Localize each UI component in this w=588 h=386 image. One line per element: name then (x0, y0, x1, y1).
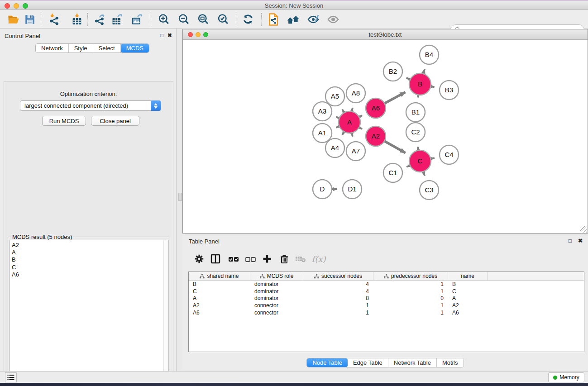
render-details-button[interactable] (306, 13, 320, 26)
graph-node-A5[interactable]: A5 (325, 87, 344, 106)
show-columns-button[interactable] (208, 252, 223, 266)
tab-mcds[interactable]: MCDS (121, 44, 149, 52)
split-pane-handle[interactable] (178, 193, 182, 201)
table-settings-button[interactable] (192, 252, 206, 266)
mcds-result-item[interactable]: A2 (12, 242, 168, 249)
column-header-shared-name[interactable]: shared name (189, 272, 250, 280)
result-scrollbar[interactable] (163, 240, 168, 386)
delete-table-button[interactable] (293, 252, 308, 266)
tab-motifs[interactable]: Motifs (437, 358, 464, 367)
float-panel-icon[interactable]: □ (160, 32, 163, 38)
mcds-result-group: MCDS result (5 nodes) A2ABCA6 (8, 237, 170, 386)
export-table-icon (111, 13, 124, 26)
zoom-selected-button[interactable] (216, 13, 230, 26)
window-titlebar: Session: New Session (0, 0, 588, 10)
network-from-file-button[interactable] (266, 13, 281, 26)
table-row[interactable]: Cdominator41C (189, 288, 584, 295)
open-session-button[interactable] (6, 13, 21, 26)
deselect-all-button[interactable] (243, 252, 258, 266)
export-image-button[interactable] (130, 13, 144, 26)
network-canvas[interactable]: AA1A2A3A4A5A6A7A8BB1B2B3B4CC1C2C3C4DD1 (183, 40, 588, 233)
tab-edge-table[interactable]: Edge Table (348, 358, 388, 367)
graph-node-D1[interactable]: D1 (343, 180, 362, 199)
import-network-button[interactable] (47, 13, 62, 26)
graph-node-C1[interactable]: C1 (383, 163, 402, 182)
tab-node-table[interactable]: Node Table (307, 358, 348, 367)
table-close-icon[interactable]: ✖ (578, 238, 583, 244)
first-neighbors-button[interactable] (286, 13, 301, 26)
status-bar: Memory (0, 371, 588, 383)
mcds-result-item[interactable]: B (12, 256, 168, 263)
close-panel-icon[interactable]: ✖ (167, 32, 172, 38)
select-all-button[interactable] (226, 252, 241, 266)
graph-node-A1[interactable]: A1 (313, 124, 332, 143)
zoom-out-button[interactable] (177, 13, 191, 26)
svg-text:A5: A5 (331, 92, 339, 100)
tab-network[interactable]: Network (36, 44, 69, 52)
mcds-result-title: MCDS result (5 nodes) (11, 234, 73, 240)
columns-icon (210, 253, 221, 264)
tab-network-table[interactable]: Network Table (388, 358, 437, 367)
mcds-result-item[interactable]: C (12, 264, 168, 271)
tab-style[interactable]: Style (69, 44, 93, 52)
zoom-fit-button[interactable] (196, 13, 210, 26)
graph-node-C[interactable]: C (409, 150, 431, 172)
graph-node-B[interactable]: B (409, 73, 431, 95)
graph-node-A[interactable]: A (339, 111, 360, 133)
graph-node-A4[interactable]: A4 (325, 138, 344, 157)
table-row[interactable]: Adominator80A (189, 295, 584, 302)
column-header-name[interactable]: name (448, 272, 488, 280)
graph-node-A2[interactable]: A2 (366, 126, 386, 146)
column-header-MCDS-role[interactable]: MCDS role (250, 272, 303, 280)
table-toolbar: f(x) (188, 249, 582, 268)
table-row[interactable]: A6connector11A6 (189, 309, 584, 316)
graph-node-B1[interactable]: B1 (406, 103, 425, 122)
mcds-result-item[interactable]: A6 (12, 271, 168, 278)
column-header-label: shared name (207, 273, 239, 279)
table-row[interactable]: A2connector11A2 (189, 302, 584, 309)
delete-column-button[interactable] (277, 252, 292, 266)
table-cell: dominator (250, 295, 303, 301)
criterion-dropdown[interactable]: largest connected component (directed) (20, 100, 161, 111)
save-session-button[interactable] (23, 13, 37, 26)
column-header-predecessor-nodes[interactable]: predecessor nodes (373, 272, 448, 280)
table-row[interactable]: Bdominator41B (189, 281, 584, 288)
zoom-in-button[interactable] (157, 13, 171, 26)
memory-button[interactable]: Memory (548, 372, 584, 382)
function-builder-button[interactable]: f(x) (311, 252, 326, 266)
svg-text:A2: A2 (372, 132, 380, 140)
graph-node-C4[interactable]: C4 (440, 145, 459, 164)
graph-node-B2[interactable]: B2 (383, 62, 402, 81)
task-history-button[interactable] (5, 372, 17, 382)
mcds-result-item[interactable]: A (12, 249, 168, 256)
export-table-button[interactable] (110, 13, 124, 26)
graph-node-A7[interactable]: A7 (346, 142, 365, 161)
network-window-titlebar[interactable]: testGlobe.txt (183, 29, 588, 40)
graph-node-A6[interactable]: A6 (366, 98, 386, 118)
run-mcds-button[interactable]: Run MCDS (42, 116, 86, 126)
mcds-result-list[interactable]: A2ABCA6 (10, 240, 169, 386)
graph-node-C2[interactable]: C2 (406, 123, 425, 142)
export-network-button[interactable] (92, 13, 107, 26)
zoom-fit-icon (197, 13, 210, 26)
table-cell: 4 (303, 281, 373, 287)
zoom-in-icon (158, 13, 170, 26)
network-window: testGlobe.txt AA1A2A3A4A5A6A7A8BB1B2B3B4… (182, 29, 588, 234)
tab-select[interactable]: Select (93, 44, 121, 52)
graph-node-C3[interactable]: C3 (420, 181, 439, 200)
close-panel-button[interactable]: Close panel (91, 116, 139, 126)
table-float-icon[interactable]: □ (569, 238, 572, 244)
graph-node-D[interactable]: D (313, 180, 332, 199)
graph-node-A3[interactable]: A3 (313, 102, 332, 121)
graph-node-A8[interactable]: A8 (346, 84, 365, 103)
import-table-button[interactable] (70, 13, 84, 26)
column-header-successor-nodes[interactable]: successor nodes (303, 272, 373, 280)
graph-node-B3[interactable]: B3 (440, 81, 459, 100)
refresh-button[interactable] (241, 13, 255, 26)
graph-node-B4[interactable]: B4 (420, 45, 439, 64)
table-tabs: Node TableEdge TableNetwork TableMotifs (306, 358, 464, 367)
add-column-button[interactable] (260, 252, 274, 266)
show-hide-button[interactable] (326, 13, 340, 26)
resize-grip[interactable] (580, 226, 587, 233)
gear-icon (194, 253, 205, 264)
